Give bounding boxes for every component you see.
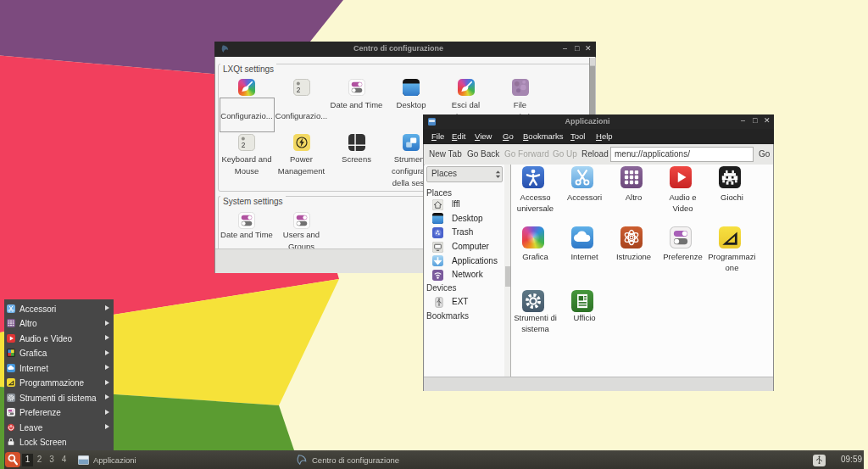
svg-text:2: 2 [296,86,300,94]
svg-text:2: 2 [242,141,246,149]
